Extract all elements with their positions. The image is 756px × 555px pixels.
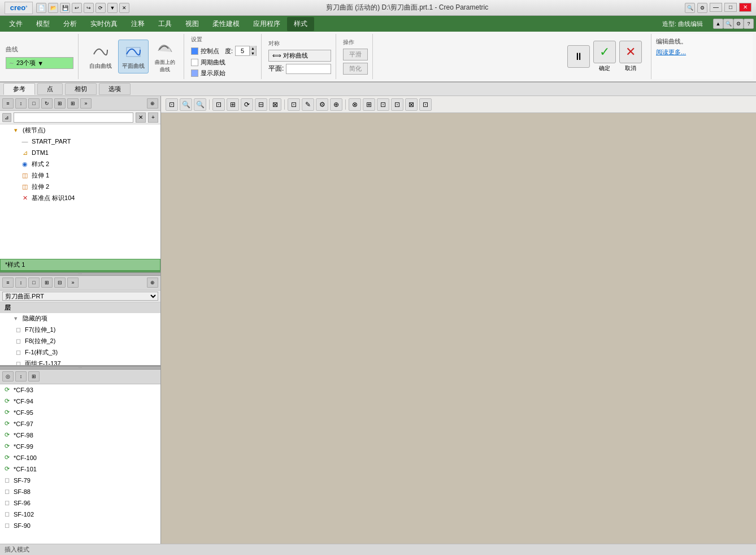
shaded-icon[interactable]: ⚙ (316, 98, 328, 111)
new-icon[interactable]: 📄 (36, 3, 46, 13)
undo-icon[interactable]: ↩ (72, 3, 82, 13)
display-style-icon[interactable]: ⊡ (288, 98, 300, 111)
pan-icon[interactable]: ⊞ (227, 98, 239, 111)
active-style-item[interactable]: *样式 1 (0, 259, 160, 271)
menu-apps[interactable]: 应用程序 (246, 17, 287, 31)
explode-icon[interactable]: ⊡ (391, 98, 403, 111)
control-points-checkbox[interactable] (191, 47, 198, 55)
menu-simulation[interactable]: 实时仿真 (84, 17, 124, 31)
help-link[interactable]: 阅读更多... (656, 49, 686, 55)
layer-item[interactable]: ◻ F-1(样式_3) (0, 347, 160, 358)
orient-icon[interactable]: ⊗ (349, 98, 361, 111)
layer-sort-icon[interactable]: ↕ (15, 278, 27, 288)
layer-move-icon[interactable]: ⊟ (54, 278, 66, 288)
menu-file[interactable]: 文件 (2, 17, 29, 31)
cf-sort-icon[interactable]: ↕ (15, 371, 27, 381)
restore-button[interactable]: □ (724, 3, 737, 12)
sf-item[interactable]: ◻ SF-79 (0, 475, 160, 486)
ribbon-settings-icon[interactable]: ⚙ (733, 19, 744, 29)
sf-item[interactable]: ◻ SF-102 (0, 509, 160, 520)
tree-grid-icon[interactable]: ⊞ (54, 98, 66, 109)
sub-tab-point[interactable]: 点 (37, 83, 63, 95)
layer-item[interactable]: ◻ F8(拉伸_2) (0, 336, 160, 347)
sf-item[interactable]: ◻ SF-96 (0, 497, 160, 509)
tree-add-icon[interactable]: ⊕ (147, 98, 158, 109)
search-add-icon[interactable]: + (148, 112, 158, 123)
sub-tab-ref[interactable]: 参考 (3, 83, 35, 95)
section-icon[interactable]: ⊠ (405, 98, 418, 111)
tree-item[interactable]: — START_PART (0, 136, 160, 147)
tree-more-icon[interactable]: » (80, 98, 92, 109)
select-icon[interactable]: ⊡ (212, 98, 225, 111)
layer-item[interactable]: ◻ F7(拉伸_1) (0, 324, 160, 336)
layer-copy-icon[interactable]: ⊞ (41, 278, 53, 288)
view-more-icon[interactable]: ⊡ (377, 98, 389, 111)
tree-item[interactable]: ✕ 基准点 标识104 (0, 192, 160, 203)
close-button[interactable]: ✕ (739, 3, 751, 12)
tree-sort-icon[interactable]: ↕ (15, 98, 27, 109)
smooth-button[interactable]: 平滑 (343, 49, 368, 60)
spinner-down[interactable]: ▼ (249, 51, 256, 56)
menu-style[interactable]: 样式 (287, 17, 314, 31)
tree-item[interactable]: ◫ 拉伸 2 (0, 181, 160, 192)
layer-settings-icon[interactable]: ≡ (2, 278, 14, 288)
plane-curve-button[interactable]: 平面曲线 (118, 40, 149, 73)
ribbon-help-icon[interactable]: ? (744, 19, 754, 29)
degree-input[interactable] (236, 47, 249, 54)
cf-grid-icon[interactable]: ⊞ (28, 371, 40, 381)
free-curve-button[interactable]: 自由曲线 (85, 40, 116, 73)
redo-icon[interactable]: ↪ (84, 3, 94, 13)
open-icon[interactable]: 📂 (48, 3, 58, 13)
sf-item[interactable]: ◻ SF-88 (0, 486, 160, 497)
layer-folder-item[interactable]: ▾ 隐藏的项 (0, 313, 160, 324)
save-icon[interactable]: 💾 (60, 3, 70, 13)
close-small-icon[interactable]: ✕ (119, 3, 129, 13)
menu-view[interactable]: 视图 (179, 17, 206, 31)
cf-item[interactable]: ⟳ *CF-100 (0, 452, 160, 463)
named-view-icon[interactable]: ⊞ (363, 98, 375, 111)
ribbon-search-icon[interactable]: 🔍 (723, 19, 733, 29)
tree-item[interactable]: ◫ 拉伸 1 (0, 170, 160, 181)
more-icon[interactable]: ▼ (107, 3, 118, 13)
cf-item[interactable]: ⟳ *CF-94 (0, 396, 160, 407)
menu-tools[interactable]: 工具 (151, 17, 179, 31)
zoom-fit-icon[interactable]: ⊡ (166, 98, 178, 111)
simplify-button[interactable]: 简化 (343, 63, 368, 75)
curve-dropdown[interactable]: ～ 23个项 ▼ (6, 57, 73, 69)
menu-model[interactable]: 模型 (29, 17, 57, 31)
cf-item[interactable]: ⟳ *CF-98 (0, 430, 160, 441)
ok-button[interactable]: ✓ (593, 41, 616, 63)
layer-item[interactable]: ◻ 面组:F-1-137 (0, 358, 160, 365)
search-icon[interactable]: 🔍 (685, 3, 695, 13)
tree-search-input[interactable] (14, 112, 133, 123)
tree-settings-icon[interactable]: ≡ (2, 98, 14, 109)
menu-flexible[interactable]: 柔性建模 (206, 17, 246, 31)
cf-item[interactable]: ⟳ *CF-97 (0, 418, 160, 430)
display-start-checkbox[interactable] (191, 70, 198, 77)
wireframe-icon[interactable]: ✎ (302, 98, 314, 111)
filter-icon[interactable]: ⊿ (2, 113, 11, 122)
layer-more-icon[interactable]: » (67, 278, 79, 288)
viewport[interactable]: ⊡ 🔍 🔍 ⊡ ⊞ ⟳ ⊟ ⊠ ⊡ ✎ ⚙ ⊕ ⊗ ⊞ ⊡ ⊡ ⊠ ⊡ (161, 96, 756, 544)
tree-item[interactable]: ▾ (根节点) (0, 124, 160, 136)
cf-item[interactable]: ⟳ *CF-93 (0, 384, 160, 396)
surface-curve-button[interactable]: 曲面上的曲线 (151, 40, 179, 73)
tree-cols-icon[interactable]: ⊞ (67, 98, 79, 109)
settings-icon[interactable]: ⚙ (697, 3, 707, 13)
rotate-icon[interactable]: ⟳ (241, 98, 253, 111)
search-clear-icon[interactable]: ✕ (136, 112, 146, 123)
annotation-icon[interactable]: ⊡ (419, 98, 432, 111)
plane-input[interactable] (286, 64, 331, 74)
symm-curve-button[interactable]: ⟺ 对称曲线 (268, 50, 331, 62)
cf-item[interactable]: ⟳ *CF-101 (0, 463, 160, 475)
tree-refresh-icon[interactable]: ↻ (41, 98, 53, 109)
zoom-out-icon[interactable]: 🔍 (194, 98, 206, 111)
layer-expand-icon[interactable]: □ (28, 278, 40, 288)
box-zoom-icon[interactable]: ⊟ (255, 98, 267, 111)
cf-item[interactable]: ⟳ *CF-95 (0, 407, 160, 418)
sketch-icon[interactable]: ⊠ (269, 98, 281, 111)
degree-spinner[interactable]: ▲ ▼ (235, 46, 257, 56)
sf-item[interactable]: ◻ SF-90 (0, 520, 160, 531)
zoom-in-icon[interactable]: 🔍 (180, 98, 192, 111)
hidden-icon[interactable]: ⊕ (330, 98, 342, 111)
